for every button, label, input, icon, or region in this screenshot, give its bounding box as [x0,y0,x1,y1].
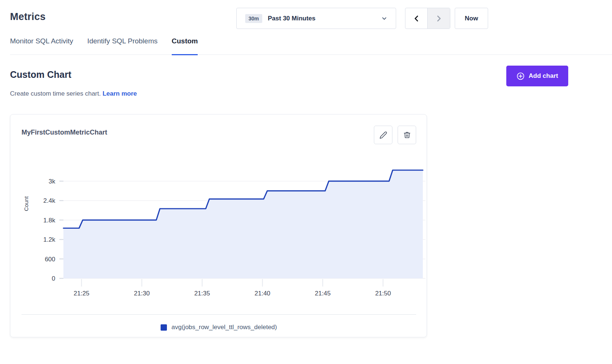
card-divider [22,314,416,315]
legend-swatch [161,324,167,331]
chevron-right-icon [435,14,443,23]
svg-text:2.4k: 2.4k [43,197,56,204]
prev-interval-button[interactable] [405,8,428,29]
time-range-label: Past 30 Minutes [268,15,316,22]
chart-legend: avg(jobs_row_level_ttl_rows_deleted) [10,324,427,331]
svg-text:21:35: 21:35 [194,290,210,297]
svg-text:21:50: 21:50 [375,290,391,297]
chevron-left-icon [412,14,421,23]
svg-text:21:40: 21:40 [254,290,270,297]
time-range-badge: 30m [245,14,262,23]
section-subtitle-text: Create custom time series chart. [10,90,101,97]
metrics-tabs: Monitor SQL Activity Identify SQL Proble… [10,37,612,55]
svg-text:21:25: 21:25 [74,290,90,297]
tab-identify-sql-problems[interactable]: Identify SQL Problems [87,37,157,54]
page-title: Metrics [10,11,46,23]
add-chart-button[interactable]: Add chart [506,66,568,86]
svg-text:600: 600 [45,256,55,263]
svg-text:21:30: 21:30 [134,290,150,297]
plus-circle-icon [516,72,525,80]
custom-chart-card: MyFirstCustomMetricChart Count 06001.2k1… [10,114,427,337]
now-button[interactable]: Now [455,8,488,29]
svg-text:1.2k: 1.2k [43,236,56,243]
section-subtitle: Create custom time series chart. Learn m… [10,90,137,97]
add-chart-label: Add chart [529,72,558,80]
svg-text:1.8k: 1.8k [43,217,56,224]
tab-custom[interactable]: Custom [172,37,198,54]
learn-more-link[interactable]: Learn more [102,90,137,97]
tab-monitor-sql-activity[interactable]: Monitor SQL Activity [10,37,73,54]
chevron-down-icon [381,15,388,22]
section-title: Custom Chart [10,69,71,80]
svg-text:0: 0 [52,275,55,282]
svg-text:3k: 3k [49,178,55,185]
legend-label: avg(jobs_row_level_ttl_rows_deleted) [171,324,277,331]
custom-chart-plot[interactable]: 06001.2k1.8k2.4k3k21:2521:3021:3521:4021… [10,115,427,307]
time-step-group [405,8,450,29]
svg-text:21:45: 21:45 [315,290,331,297]
next-interval-button[interactable] [428,8,450,29]
time-range-dropdown[interactable]: 30m Past 30 Minutes [236,8,396,29]
